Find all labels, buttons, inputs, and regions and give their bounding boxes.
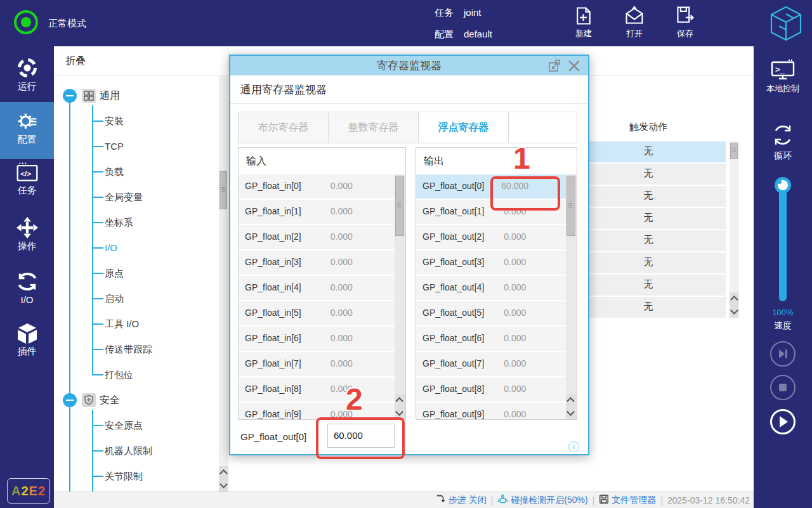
tree-item[interactable]: 负载 <box>105 165 209 178</box>
tree-item[interactable]: 传送带跟踪 <box>105 342 209 356</box>
tree-item[interactable]: 关节限制 <box>105 469 209 483</box>
tree-spine-line <box>69 96 70 492</box>
scroll-up-button[interactable] <box>395 394 405 407</box>
register-row[interactable]: GP_float_out[6]0.000 <box>416 327 566 352</box>
tree-item[interactable]: 工具 I/O <box>105 317 209 330</box>
register-row[interactable]: GP_float_out[8]0.000 <box>416 377 566 403</box>
sidebar-item-io[interactable]: I/O <box>0 266 54 315</box>
a2e2-badge[interactable]: A2E2 <box>7 478 50 504</box>
register-row[interactable]: GP_float_in[6]0.000 <box>239 327 395 352</box>
register-value-input[interactable]: 60.000 <box>327 424 395 448</box>
tree-item[interactable]: 坐标系 <box>105 216 209 229</box>
register-value: 0.000 <box>331 409 353 419</box>
register-row[interactable]: GP_float_in[7]0.000 <box>239 352 395 377</box>
register-name: GP_float_in[0] <box>245 181 301 191</box>
right-sidebar: >_ 本地控制 循环 100% 速度 <box>754 46 812 508</box>
speed-slider-thumb[interactable] <box>775 177 791 193</box>
register-row[interactable]: GP_float_in[2]0.000 <box>239 225 395 251</box>
config-label: 配置 <box>435 29 454 41</box>
sidebar-item-operate[interactable]: 操作 <box>0 212 54 261</box>
trigger-action-value: 无 <box>644 278 653 290</box>
tree-item[interactable]: 打包位 <box>105 368 209 381</box>
input-list-scrollbar[interactable] <box>395 174 405 419</box>
register-row[interactable]: GP_float_out[4]0.000 <box>416 276 566 301</box>
register-row[interactable]: GP_float_out[7]0.000 <box>416 352 566 377</box>
badge-letter: A <box>11 484 21 498</box>
new-button[interactable]: 新建 <box>563 6 604 39</box>
register-row[interactable]: GP_float_out[1]0.000 <box>416 200 566 225</box>
register-row[interactable]: GP_float_in[3]0.000 <box>239 251 395 276</box>
step-mode-status[interactable]: 步进 关闭 <box>436 494 487 506</box>
tree-group-general[interactable]: 通用 <box>54 89 213 104</box>
tab-float-register[interactable]: 浮点寄存器 <box>419 112 509 143</box>
scroll-down-button[interactable] <box>219 479 228 492</box>
collapse-minus-icon[interactable] <box>63 89 77 103</box>
collision-robot-icon <box>497 494 508 507</box>
tree-item[interactable]: 全局变量 <box>105 190 209 204</box>
register-value: 0.000 <box>504 282 526 292</box>
scroll-down-button[interactable] <box>730 305 738 318</box>
sidebar-item-task[interactable]: </> 任务 <box>0 158 54 206</box>
register-row[interactable]: GP_float_in[0]0.000 <box>239 174 395 200</box>
save-button[interactable]: 保存 <box>665 6 705 39</box>
tab-bool-register[interactable]: 布尔寄存器 <box>239 112 329 143</box>
scroll-up-button[interactable] <box>730 292 738 305</box>
open-button[interactable]: 打开 <box>614 6 655 39</box>
scrollbar-thumb[interactable] <box>395 176 404 236</box>
step-icon <box>436 494 446 506</box>
register-row[interactable]: GP_float_in[4]0.000 <box>239 276 395 301</box>
register-name: GP_float_out[6] <box>422 333 484 343</box>
scroll-up-button[interactable] <box>566 394 577 407</box>
register-row[interactable]: GP_float_out[9]0.000 <box>416 403 566 419</box>
play-button[interactable] <box>770 409 796 434</box>
tree-item[interactable]: I/O <box>105 241 209 254</box>
svg-text:</>: </> <box>20 169 31 178</box>
sidebar-item-run[interactable]: 运行 <box>0 53 54 101</box>
tree-scrollbar[interactable] <box>219 75 228 492</box>
register-row[interactable]: GP_float_in[8]0.000 <box>239 377 395 403</box>
scroll-down-button[interactable] <box>566 407 577 419</box>
register-row[interactable]: GP_float_out[0]60.000 <box>416 174 566 200</box>
output-list-scrollbar[interactable] <box>566 174 577 419</box>
tree-item[interactable]: TCP <box>105 140 209 153</box>
tree-item[interactable]: 机器人限制 <box>105 444 209 457</box>
loop-button[interactable]: 循环 <box>754 122 812 162</box>
dialog-title: 寄存器监视器 <box>230 58 588 73</box>
scrollbar-thumb[interactable] <box>566 176 575 236</box>
collapse-minus-icon[interactable] <box>63 393 77 407</box>
tab-int-register[interactable]: 整数寄存器 <box>329 112 419 143</box>
register-row[interactable]: GP_float_in[5]0.000 <box>239 301 395 327</box>
dialog-title-bar[interactable]: 寄存器监视器 <box>230 56 588 75</box>
file-manager-button[interactable]: 文件管理器 <box>599 494 656 506</box>
tree-group-safety[interactable]: 安全 <box>54 393 213 408</box>
stop-button[interactable] <box>770 375 796 400</box>
close-icon[interactable] <box>566 58 582 76</box>
tree-scrollbar-thumb[interactable] <box>219 171 227 209</box>
register-row[interactable]: GP_float_out[5]0.000 <box>416 301 566 327</box>
sidebar-item-config[interactable]: 配置 <box>0 102 54 159</box>
register-row[interactable]: GP_float_in[9]0.000 <box>239 403 395 419</box>
collapse-toggle[interactable]: 折叠 <box>54 46 228 75</box>
info-icon[interactable]: i <box>568 441 579 452</box>
tree-item[interactable]: 启动 <box>105 292 209 305</box>
register-value: 0.000 <box>504 257 526 267</box>
register-row[interactable]: GP_float_out[3]0.000 <box>416 251 566 276</box>
register-value: 0.000 <box>504 333 526 343</box>
trigger-scrollbar[interactable] <box>730 141 739 318</box>
speed-slider[interactable] <box>779 181 787 301</box>
sidebar-item-plugin[interactable]: 插件 <box>0 319 54 367</box>
settings-gear-icon <box>0 110 54 133</box>
tree-item[interactable]: 安装 <box>105 114 209 127</box>
step-forward-button[interactable] <box>770 341 796 367</box>
tree-item[interactable]: 原点 <box>105 266 209 280</box>
scroll-down-button[interactable] <box>395 407 405 419</box>
tree-item[interactable]: 安全原点 <box>105 419 209 432</box>
trigger-action-value: 无 <box>644 301 653 313</box>
register-row[interactable]: GP_float_out[2]0.000 <box>416 225 566 251</box>
collision-detect-status[interactable]: 碰撞检测开启(50%) <box>497 494 587 507</box>
register-row[interactable]: GP_float_in[1]0.000 <box>239 200 395 225</box>
trigger-scrollbar-thumb[interactable] <box>730 143 738 159</box>
scroll-up-button[interactable] <box>219 466 228 479</box>
local-control-button[interactable]: >_ 本地控制 <box>754 59 812 94</box>
restore-window-icon[interactable] <box>547 59 561 75</box>
